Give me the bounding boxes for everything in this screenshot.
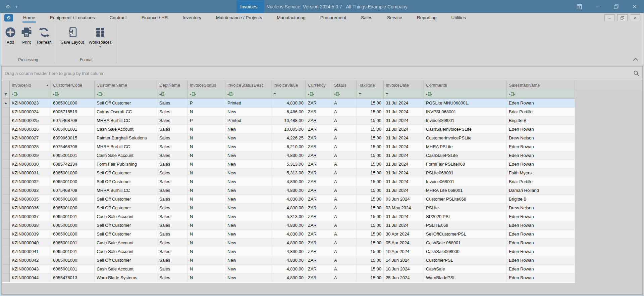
cell-comments[interactable]: CustomerPSL <box>424 256 507 265</box>
table-row[interactable]: KZIN00000256075468708MHRA Burhill CCSale… <box>2 116 575 125</box>
cell-invoicevalue[interactable]: 6,210.00 <box>271 142 306 151</box>
cell-salesmanname[interactable]: Brigitte B <box>507 195 575 204</box>
cell-invoicevalue[interactable]: 5,313.00 <box>271 160 306 169</box>
cell-customercode[interactable]: 6099963015 <box>51 134 95 142</box>
cell-currency[interactable]: ZAR <box>306 142 332 151</box>
cell-invoicestatus[interactable]: N <box>188 142 225 151</box>
tab-sales[interactable]: Sales <box>354 13 380 23</box>
cell-invoicedate[interactable]: 31 Jul 2024 <box>384 177 424 186</box>
cell-deptname[interactable]: Sales <box>157 169 188 177</box>
column-header-invoiceno[interactable]: InvoiceNo▲ <box>10 80 51 90</box>
cell-invoicedate[interactable]: 31 Jul 2024 <box>384 169 424 177</box>
cell-invoicestatusdesc[interactable]: New <box>225 256 271 265</box>
cell-invoicestatus[interactable]: P <box>188 99 225 108</box>
cell-invoiceno[interactable]: KZIN0000027 <box>10 134 51 142</box>
cell-currency[interactable]: ZAR <box>306 256 332 265</box>
cell-customercode[interactable]: 6065001000 <box>51 177 95 186</box>
cell-deptname[interactable]: Sales <box>157 177 188 186</box>
cell-invoicedate[interactable]: 31 Jul 2024 <box>384 134 424 142</box>
cell-invoicedate[interactable]: 03 Jun 2024 <box>384 195 424 204</box>
group-by-panel[interactable]: Drag a column header here to group by th… <box>2 67 642 80</box>
cell-comments[interactable]: MHRA PSLite <box>424 142 507 151</box>
cell-customercode[interactable]: 6055478013 <box>51 273 95 282</box>
cell-customercode[interactable]: 6065001000 <box>51 221 95 230</box>
cell-deptname[interactable]: Sales <box>157 230 188 239</box>
cell-customername[interactable]: Cash Sale Account <box>95 151 157 160</box>
cell-taxrate[interactable]: 15.00 <box>357 125 384 134</box>
cell-salesmanname[interactable]: Eden Rowan <box>507 160 575 169</box>
cell-invoicevalue[interactable]: 4,830.00 <box>271 265 306 273</box>
cell-invoiceno[interactable]: KZIN0000025 <box>10 116 51 125</box>
cell-deptname[interactable]: Sales <box>157 273 188 282</box>
cell-status[interactable]: A <box>332 273 357 282</box>
cell-invoicestatusdesc[interactable]: New <box>225 160 271 169</box>
cell-currency[interactable]: ZAR <box>306 108 332 116</box>
cell-status[interactable]: A <box>332 151 357 160</box>
cell-invoicevalue[interactable]: 4,830.00 <box>271 195 306 204</box>
cell-invoicedate[interactable]: 31 Jul 2024 <box>384 142 424 151</box>
column-header-invoicestatus[interactable]: InvoiceStatus <box>188 80 225 90</box>
cell-taxrate[interactable]: 15.00 <box>357 212 384 221</box>
cell-status[interactable]: A <box>332 169 357 177</box>
cell-deptname[interactable]: Sales <box>157 239 188 247</box>
cell-invoicestatusdesc[interactable]: New <box>225 186 271 195</box>
cell-invoicestatusdesc[interactable]: New <box>225 142 271 151</box>
cell-customercode[interactable]: 6065001000 <box>51 204 95 212</box>
cell-currency[interactable]: ZAR <box>306 195 332 204</box>
cell-currency[interactable]: ZAR <box>306 134 332 142</box>
cell-invoicevalue[interactable]: 4,830.00 <box>271 177 306 186</box>
cell-salesmanname[interactable]: Eden Rowan <box>507 99 575 108</box>
cell-comments[interactable]: PSLite068001 <box>424 169 507 177</box>
cell-customercode[interactable]: 6065001000 <box>51 256 95 265</box>
cell-invoicestatusdesc[interactable]: New <box>225 151 271 160</box>
cell-customercode[interactable]: 6065001000 <box>51 195 95 204</box>
cell-deptname[interactable]: Sales <box>157 256 188 265</box>
cell-invoiceno[interactable]: KZIN0000024 <box>10 108 51 116</box>
table-row[interactable]: KZIN00000366065001000Sell Off CustomerSa… <box>2 204 575 212</box>
cell-taxrate[interactable]: 15.00 <box>357 204 384 212</box>
cell-status[interactable]: A <box>332 177 357 186</box>
cell-invoiceno[interactable]: KZIN0000041 <box>10 247 51 256</box>
cell-comments[interactable]: WarnBladePSL <box>424 273 507 282</box>
table-row[interactable]: KZIN00000266065001001Cash Sale AccountSa… <box>2 125 575 134</box>
cell-taxrate[interactable]: 15.00 <box>357 195 384 204</box>
cell-invoiceno[interactable]: KZIN0000031 <box>10 169 51 177</box>
cell-salesmanname[interactable]: Eden Rowan <box>507 265 575 273</box>
cell-deptname[interactable]: Sales <box>157 99 188 108</box>
cell-currency[interactable]: ZAR <box>306 186 332 195</box>
cell-taxrate[interactable]: 15.00 <box>357 177 384 186</box>
cell-currency[interactable]: ZAR <box>306 99 332 108</box>
cell-deptname[interactable]: Sales <box>157 108 188 116</box>
cell-customername[interactable]: Cash Sale Account <box>95 212 157 221</box>
cell-invoiceno[interactable]: KZIN0000035 <box>10 195 51 204</box>
table-row[interactable]: KZIN00000306085742234Form Fair Publishin… <box>2 160 575 169</box>
cell-invoicevalue[interactable]: 4,830.00 <box>271 256 306 265</box>
cell-currency[interactable]: ZAR <box>306 273 332 282</box>
cell-currency[interactable]: ZAR <box>306 125 332 134</box>
cell-status[interactable]: A <box>332 265 357 273</box>
column-header-invoicestatusdesc[interactable]: InvoiceStatusDesc <box>225 80 271 90</box>
cell-status[interactable]: A <box>332 239 357 247</box>
cell-currency[interactable]: ZAR <box>306 239 332 247</box>
cell-salesmanname[interactable]: Eden Rowan <box>507 247 575 256</box>
workspaces-button[interactable]: Workspaces▾ <box>86 26 114 49</box>
filter-cell-invoicedate[interactable]: = <box>384 90 424 99</box>
cell-invoiceno[interactable]: KZIN0000042 <box>10 256 51 265</box>
cell-status[interactable]: A <box>332 99 357 108</box>
cell-deptname[interactable]: Sales <box>157 142 188 151</box>
cell-invoicedate[interactable]: 05 Apr 2024 <box>384 239 424 247</box>
cell-customername[interactable]: Sell Off Customer <box>95 195 157 204</box>
cell-invoiceno[interactable]: KZIN0000028 <box>10 142 51 151</box>
cell-invoiceno[interactable]: KZIN0000026 <box>10 125 51 134</box>
cell-invoicestatusdesc[interactable]: New <box>225 177 271 186</box>
cell-currency[interactable]: ZAR <box>306 160 332 169</box>
cell-comments[interactable]: Customer PSLite068 <box>424 195 507 204</box>
cell-customername[interactable]: Painter Burghall Solutions <box>95 134 157 142</box>
cell-invoicestatus[interactable]: N <box>188 151 225 160</box>
print-button[interactable]: ?Print <box>18 26 35 45</box>
cell-salesmanname[interactable]: Eden Rowan <box>507 212 575 221</box>
cell-invoiceno[interactable]: KZIN0000023 <box>10 99 51 108</box>
cell-invoiceno[interactable]: KZIN0000032 <box>10 177 51 186</box>
cell-status[interactable]: A <box>332 186 357 195</box>
cell-invoicevalue[interactable]: 4,830.00 <box>271 204 306 212</box>
